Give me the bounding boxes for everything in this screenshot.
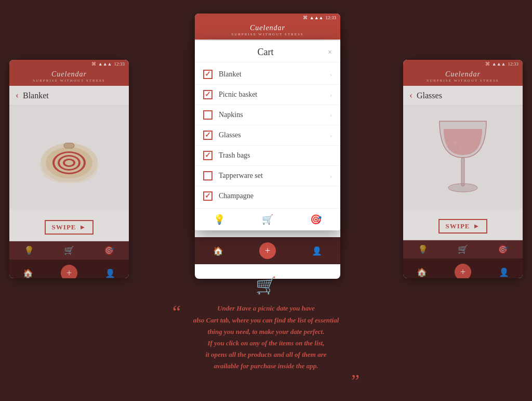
right-phone: ⌘ ▲▲▲ 12:33 Cuelendar SURPRISE WITHOUT S… [403, 60, 523, 278]
item-label-trash-bags: Trash bags [219, 151, 332, 160]
left-bottom-bar: 💡 🛒 🎯 [9, 241, 129, 260]
checkbox-tapperware[interactable] [203, 171, 212, 180]
right-swipe-container[interactable]: SWIPE ► [403, 213, 523, 240]
floating-cart-icon: 🛒 [256, 276, 276, 295]
quote-container: “ Under Have a picnic date you have also… [157, 303, 375, 372]
swipe-container[interactable]: SWIPE ► [9, 214, 129, 241]
center-status-bar: ⌘ ▲▲▲ 12:33 [195, 14, 340, 22]
cart-item-tapperware[interactable]: Tapperware set › [195, 166, 340, 186]
item-label-napkins: Napkins [219, 111, 330, 119]
left-app-name: Cuelendar [9, 70, 129, 79]
right-page-title: Glasses [417, 91, 442, 100]
right-status-bar: ⌘ ▲▲▲ 12:33 [403, 60, 523, 68]
left-home-icon[interactable]: 🏠 [23, 268, 33, 278]
open-quote-mark: “ [172, 303, 181, 321]
blanket-image-area [9, 106, 129, 210]
right-target-icon[interactable]: 🎯 [498, 244, 508, 254]
right-idea-icon[interactable]: 💡 [418, 244, 428, 254]
left-back-button[interactable]: ‹ [16, 90, 19, 101]
right-home-icon[interactable]: 🏠 [417, 267, 427, 277]
right-profile-icon[interactable]: 👤 [499, 267, 509, 277]
left-app-header: Cuelendar SURPRISE WITHOUT STRESS [9, 68, 129, 86]
left-app-subtitle: SURPRISE WITHOUT STRESS [9, 79, 129, 83]
checkbox-glasses[interactable] [203, 131, 212, 140]
right-swipe-label: SWIPE [446, 222, 470, 230]
right-app-name: Cuelendar [403, 70, 523, 79]
right-center-nav: 🏠 + 👤 [403, 258, 523, 278]
item-label-champagne: Champagne [219, 192, 332, 200]
svg-point-11 [459, 146, 462, 149]
chevron-glasses: › [330, 132, 332, 139]
center-home-icon[interactable]: 🏠 [213, 246, 223, 256]
left-center-nav: 🏠 + 👤 [9, 260, 129, 278]
close-quote-mark: ” [351, 372, 360, 391]
center-app-header: Cuelendar SURPRISE WITHOUT STRESS [195, 22, 340, 40]
cart-item-napkins[interactable]: Napkins › [195, 105, 340, 125]
wifi-icon: ⌘ [91, 61, 96, 67]
cart-item-glasses[interactable]: Glasses › [195, 125, 340, 146]
swipe-button[interactable]: SWIPE ► [45, 220, 94, 235]
center-wifi: ⌘ [303, 15, 308, 20]
blanket-image [28, 126, 111, 189]
svg-point-9 [454, 140, 457, 144]
checkbox-trash-bags[interactable] [203, 151, 212, 160]
right-nav-title: ‹ Glasses [403, 86, 523, 106]
glasses-image-area [403, 106, 523, 210]
right-arrow-icon: ► [473, 222, 481, 230]
center-app-name: Cuelendar [195, 24, 340, 32]
modal-list: Blanket › Picnic basket › Napkins › Glas… [195, 62, 340, 208]
right-add-button[interactable]: + [455, 264, 471, 278]
modal-bottom-icons: 💡 🛒 🎯 [195, 208, 340, 230]
right-app-subtitle: SURPRISE WITHOUT STRESS [403, 79, 523, 83]
modal-idea-icon[interactable]: 💡 [214, 214, 225, 225]
right-cart-icon[interactable]: 🛒 [458, 244, 468, 254]
svg-point-10 [464, 136, 467, 138]
chevron-napkins: › [330, 111, 332, 119]
center-app-subtitle: SURPRISE WITHOUT STRESS [195, 32, 340, 36]
left-status-bar: ⌘ ▲▲▲ 12:33 [9, 60, 129, 68]
quote-section: “ Under Have a picnic date you have also… [157, 303, 375, 391]
right-time: 12:33 [508, 61, 518, 67]
cart-item-champagne[interactable]: Champagne [195, 186, 340, 206]
arrow-icon: ► [79, 223, 87, 231]
left-cart-icon[interactable]: 🛒 [64, 245, 74, 255]
cart-modal: Cart × Blanket › Picnic basket › Napkins… [195, 41, 340, 230]
svg-point-12 [470, 144, 472, 146]
chevron-tapperware: › [330, 172, 332, 180]
center-signal: ▲▲▲ [310, 15, 324, 20]
time-display: 12:33 [114, 61, 125, 67]
right-signal: ▲▲▲ [492, 61, 506, 67]
center-profile-icon[interactable]: 👤 [312, 246, 322, 256]
left-nav-title: ‹ Blanket [9, 86, 129, 106]
right-swipe-button[interactable]: SWIPE ► [438, 219, 488, 234]
item-label-glasses: Glasses [219, 131, 330, 139]
right-back-button[interactable]: ‹ [409, 90, 413, 101]
left-content: ‹ Blanket SW [9, 86, 129, 241]
left-add-button[interactable]: + [61, 265, 77, 278]
checkbox-blanket[interactable] [203, 70, 212, 79]
item-label-picnic-basket: Picnic basket [219, 90, 330, 99]
center-add-button[interactable]: + [259, 242, 276, 259]
checkbox-napkins[interactable] [203, 110, 212, 120]
modal-close-button[interactable]: × [328, 48, 332, 57]
left-phone: ⌘ ▲▲▲ 12:33 Cuelendar SURPRISE WITHOUT S… [9, 60, 129, 278]
item-label-blanket: Blanket [219, 70, 330, 79]
checkbox-champagne[interactable] [203, 191, 212, 201]
swipe-label: SWIPE [52, 223, 76, 231]
right-app-header: Cuelendar SURPRISE WITHOUT STRESS [403, 68, 523, 86]
left-target-icon[interactable]: 🎯 [104, 245, 114, 255]
cart-item-trash-bags[interactable]: Trash bags [195, 146, 340, 166]
left-idea-icon[interactable]: 💡 [24, 245, 34, 255]
center-nav-bar: 🏠 + 👤 [195, 237, 340, 264]
cart-item-picnic-basket[interactable]: Picnic basket › [195, 85, 340, 105]
cart-item-blanket[interactable]: Blanket › [195, 64, 340, 85]
right-bottom-bar: 💡 🛒 🎯 [403, 240, 523, 258]
modal-header: Cart × [195, 41, 340, 62]
modal-target-icon[interactable]: 🎯 [310, 214, 322, 225]
checkbox-picnic-basket[interactable] [203, 90, 212, 99]
chevron-picnic-basket: › [330, 91, 332, 99]
glasses-image [429, 111, 497, 204]
modal-cart-icon[interactable]: 🛒 [262, 214, 273, 225]
left-profile-icon[interactable]: 👤 [105, 268, 115, 278]
right-wifi: ⌘ [485, 61, 490, 67]
